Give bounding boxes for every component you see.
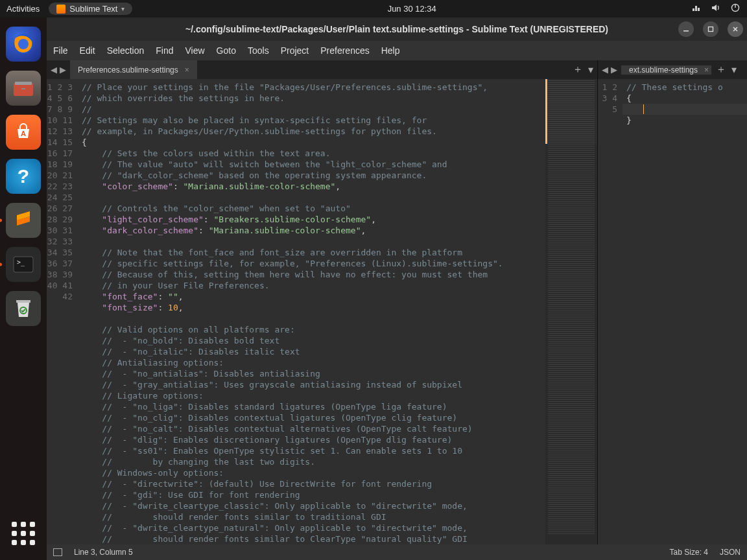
panel-switcher-icon[interactable] xyxy=(53,548,62,556)
tab-label: Preferences.sublime-settings xyxy=(78,65,178,75)
menu-preferences[interactable]: Preferences xyxy=(320,45,369,56)
activities-button[interactable]: Activities xyxy=(6,4,40,14)
ubuntu-dock: A ? >_ xyxy=(0,18,47,560)
tab-nav-next-icon[interactable]: ▶ xyxy=(610,65,619,75)
statusbar: Line 3, Column 5 Tab Size: 4 JSON xyxy=(47,544,747,560)
svg-rect-12 xyxy=(683,30,689,32)
new-tab-icon[interactable]: ＋ xyxy=(573,63,583,76)
window-titlebar[interactable]: ~/.config/sublime-text/Packages/User/Pla… xyxy=(47,18,747,41)
svg-text:A: A xyxy=(21,130,26,137)
tab-label: ext.sublime-settings xyxy=(629,65,698,75)
menu-project[interactable]: Project xyxy=(281,45,309,56)
network-icon[interactable] xyxy=(691,3,702,15)
code-left[interactable]: // Place your settings in the file "Pack… xyxy=(78,79,545,544)
svg-rect-6 xyxy=(21,88,25,89)
dock-terminal[interactable]: >_ xyxy=(6,247,41,282)
dock-help[interactable]: ? xyxy=(6,159,41,194)
menu-find[interactable]: Find xyxy=(156,45,173,56)
menu-file[interactable]: File xyxy=(53,45,68,56)
window-title: ~/.config/sublime-text/Packages/User/Pla… xyxy=(185,24,608,34)
editor-body-right[interactable]: 1 2 3 4 5 // These settings o { } xyxy=(598,79,747,544)
gnome-topbar: Activities Sublime Text ▾ Jun 30 12:34 xyxy=(0,0,747,18)
svg-rect-5 xyxy=(15,82,32,85)
dock-files[interactable] xyxy=(6,71,41,106)
code-right[interactable]: // These settings o { } xyxy=(622,79,747,544)
status-tab-size[interactable]: Tab Size: 4 xyxy=(670,548,708,557)
menu-help[interactable]: Help xyxy=(381,45,400,56)
topbar-clock[interactable]: Jun 30 12:34 xyxy=(388,4,436,14)
dock-firefox[interactable] xyxy=(6,27,41,62)
tab-overflow-icon[interactable]: ▾ xyxy=(588,64,593,76)
svg-text:>_: >_ xyxy=(17,259,25,266)
tab-nav-next-icon[interactable]: ▶ xyxy=(58,65,67,75)
maximize-button[interactable] xyxy=(703,21,718,37)
new-tab-icon[interactable]: ＋ xyxy=(716,63,726,76)
tab-preferences[interactable]: Preferences.sublime-settings × xyxy=(70,60,198,79)
minimize-button[interactable] xyxy=(678,21,694,37)
tab-nav-prev-icon[interactable]: ◀ xyxy=(600,65,610,75)
svg-rect-1 xyxy=(735,4,735,8)
menu-tools[interactable]: Tools xyxy=(248,45,269,56)
editor-body-left[interactable]: 1 2 3 4 5 6 7 8 9 10 11 12 13 14 15 16 1… xyxy=(47,79,597,544)
svg-rect-10 xyxy=(16,300,30,303)
gutter-left: 1 2 3 4 5 6 7 8 9 10 11 12 13 14 15 16 1… xyxy=(47,79,78,544)
dock-show-apps[interactable] xyxy=(6,516,41,551)
tab-close-icon[interactable]: × xyxy=(704,65,709,75)
sublime-icon xyxy=(56,5,65,14)
close-button[interactable] xyxy=(728,21,743,37)
svg-point-3 xyxy=(18,39,29,49)
dock-sublime[interactable] xyxy=(6,203,41,238)
gutter-right: 1 2 3 4 5 xyxy=(598,79,622,544)
menu-selection[interactable]: Selection xyxy=(107,45,145,56)
editor-pane-right: ◀ ▶ ext.sublime-settings × ＋ ▾ 1 2 3 4 5… xyxy=(598,60,747,544)
menu-edit[interactable]: Edit xyxy=(80,45,95,56)
status-syntax[interactable]: JSON xyxy=(720,548,741,557)
tabbar-left: ◀ ▶ Preferences.sublime-settings × ＋ ▾ xyxy=(47,60,597,79)
svg-rect-13 xyxy=(709,27,713,32)
dock-trash[interactable] xyxy=(6,291,41,326)
menu-goto[interactable]: Goto xyxy=(217,45,236,56)
menubar: File Edit Selection Find View Goto Tools… xyxy=(47,41,747,60)
volume-icon[interactable] xyxy=(711,3,721,15)
editor-pane-left: ◀ ▶ Preferences.sublime-settings × ＋ ▾ 1… xyxy=(47,60,598,544)
power-icon[interactable] xyxy=(730,3,741,15)
minimap-left[interactable] xyxy=(545,79,597,544)
status-position[interactable]: Line 3, Column 5 xyxy=(74,548,133,557)
topbar-app-name: Sublime Text xyxy=(69,4,117,14)
chevron-down-icon: ▾ xyxy=(121,5,124,12)
dock-software[interactable]: A xyxy=(6,115,41,150)
tab-close-icon[interactable]: × xyxy=(185,65,189,75)
topbar-app-menu[interactable]: Sublime Text ▾ xyxy=(49,3,132,15)
tab-plaintext-settings[interactable]: ext.sublime-settings × xyxy=(621,65,712,75)
menu-view[interactable]: View xyxy=(185,45,205,56)
tab-overflow-icon[interactable]: ▾ xyxy=(731,64,737,76)
tab-nav-prev-icon[interactable]: ◀ xyxy=(49,65,58,75)
sublime-window: ~/.config/sublime-text/Packages/User/Pla… xyxy=(47,18,747,560)
tabbar-right: ◀ ▶ ext.sublime-settings × ＋ ▾ xyxy=(598,60,747,79)
